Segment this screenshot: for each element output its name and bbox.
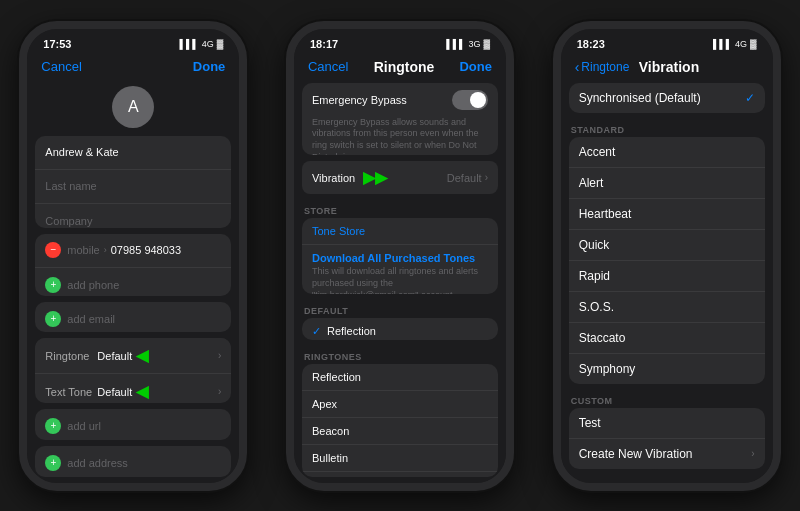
store-header: STORE — [294, 200, 506, 218]
phone-3: 18:23 ▌▌▌ 4G ▓ ‹ Ringtone Vibration — [553, 21, 781, 491]
heartbeat-row[interactable]: Heartbeat — [569, 199, 765, 230]
ringtone-value: Default — [97, 350, 132, 362]
back-button[interactable]: ‹ Ringtone — [575, 59, 630, 75]
ringtones-header: RINGTONES — [294, 346, 506, 364]
standard-header: STANDARD — [561, 119, 773, 137]
vibration-row[interactable]: Vibration ▶▶ Default › — [302, 161, 498, 194]
tone-store-row[interactable]: Tone Store — [302, 218, 498, 245]
phone-frame-1: 17:53 ▌▌▌ 4G ▓ Cancel Done A Andre — [19, 21, 247, 491]
battery-icon-2: ▓ — [483, 39, 490, 49]
alert-text: Alert — [579, 176, 604, 190]
sync-default-row[interactable]: Synchronised (Default) ✓ — [569, 83, 765, 113]
nav-bar-3: ‹ Ringtone Vibration — [561, 55, 773, 83]
download-row[interactable]: Download All Purchased Tones This will d… — [302, 245, 498, 293]
add-url-icon[interactable]: + — [45, 418, 61, 434]
store-section: Tone Store Download All Purchased Tones … — [302, 218, 498, 293]
reflection-default-row[interactable]: ✓ Reflection — [302, 318, 498, 341]
symphony-row[interactable]: Symphony — [569, 354, 765, 384]
plus-icon-address: + — [50, 458, 56, 468]
texttone-chevron: › — [218, 386, 221, 397]
add-address-label: add address — [67, 457, 128, 469]
nav-bar-2: Cancel Ringtone Done — [294, 55, 506, 83]
screen-3: 18:23 ▌▌▌ 4G ▓ ‹ Ringtone Vibration — [561, 29, 773, 483]
default-section: ✓ Reflection — [302, 318, 498, 341]
name-value: Andrew & Kate — [45, 146, 118, 158]
ringtone-item-1[interactable]: Apex — [302, 391, 498, 418]
store-label: STORE — [294, 200, 506, 218]
create-vibration-chevron: › — [751, 448, 754, 459]
vibration-chevron: › — [485, 172, 488, 183]
company-placeholder: Company — [45, 215, 92, 227]
add-url-row[interactable]: + add url — [35, 409, 231, 440]
sos-row[interactable]: S.O.S. — [569, 292, 765, 323]
mobile-row: − mobile › 07985 948033 — [35, 234, 231, 268]
vibration-label: Vibration — [312, 172, 355, 184]
sync-check-icon: ✓ — [745, 91, 755, 105]
ringtone-text-2: Beacon — [312, 425, 349, 437]
accent-text: Accent — [579, 145, 616, 159]
add-phone-row[interactable]: + add phone — [35, 268, 231, 296]
texttone-label: Text Tone — [45, 386, 97, 398]
sync-section: Synchronised (Default) ✓ — [569, 83, 765, 113]
name-section: Andrew & Kate Last name Company — [35, 136, 231, 228]
rapid-row[interactable]: Rapid — [569, 261, 765, 292]
add-address-row[interactable]: + add address — [35, 446, 231, 477]
emergency-desc: Emergency Bypass allows sounds and vibra… — [302, 117, 498, 156]
ringtone-item-0[interactable]: Reflection — [302, 364, 498, 391]
emergency-toggle[interactable] — [452, 90, 488, 110]
phone-1: 17:53 ▌▌▌ 4G ▓ Cancel Done A Andre — [19, 21, 247, 491]
add-url-label: add url — [67, 420, 101, 432]
standard-section: Accent Alert Heartbeat Quick Rapid S.O.S… — [569, 137, 765, 384]
tone-store-link: Tone Store — [312, 225, 365, 237]
battery-icon: ▓ — [217, 39, 224, 49]
create-vibration-row[interactable]: Create New Vibration › — [569, 439, 765, 469]
download-link: Download All Purchased Tones — [312, 252, 475, 264]
time-3: 18:23 — [577, 38, 605, 50]
done-button-2[interactable]: Done — [459, 59, 492, 74]
status-icons-1: ▌▌▌ 4G ▓ — [180, 39, 224, 49]
texttone-row[interactable]: Text Tone Default ◀ › — [35, 374, 231, 402]
alert-row[interactable]: Alert — [569, 168, 765, 199]
status-bar-1: 17:53 ▌▌▌ 4G ▓ — [27, 29, 239, 55]
cancel-button-2[interactable]: Cancel — [308, 59, 348, 74]
ringtone-section: Ringtone Default ◀ › Text Tone Default ◀… — [35, 338, 231, 402]
emergency-toggle-row: Emergency Bypass — [302, 83, 498, 117]
accent-row[interactable]: Accent — [569, 137, 765, 168]
staccato-row[interactable]: Staccato — [569, 323, 765, 354]
ringtone-text-0: Reflection — [312, 371, 361, 383]
ringtone-item-4[interactable]: By The Seaside — [302, 472, 498, 476]
add-email-icon[interactable]: + — [45, 311, 61, 327]
quick-row[interactable]: Quick — [569, 230, 765, 261]
add-address-icon[interactable]: + — [45, 455, 61, 471]
sync-default-text: Synchronised (Default) — [579, 91, 701, 105]
minus-icon: − — [50, 245, 56, 255]
phone-2: 18:17 ▌▌▌ 3G ▓ Cancel Ringtone Done Emer… — [286, 21, 514, 491]
done-button-1[interactable]: Done — [193, 59, 226, 74]
test-text: Test — [579, 416, 601, 430]
phone-value: 07985 948033 — [111, 244, 181, 256]
avatar: A — [112, 86, 154, 128]
test-row[interactable]: Test — [569, 408, 765, 439]
check-icon: ✓ — [312, 325, 321, 338]
ringtone-chevron: › — [218, 350, 221, 361]
ringtone-text-3: Bulletin — [312, 452, 348, 464]
network-type-3: 4G — [735, 39, 747, 49]
back-chevron-icon: ‹ — [575, 59, 580, 75]
status-icons-2: ▌▌▌ 3G ▓ — [446, 39, 490, 49]
default-header: DEFAULT — [294, 300, 506, 318]
custom-section: Test Create New Vibration › — [569, 408, 765, 469]
green-arrow-vibration: ▶▶ — [363, 168, 387, 187]
ringtone-row[interactable]: Ringtone Default ◀ › — [35, 338, 231, 374]
add-phone-icon[interactable]: + — [45, 277, 61, 293]
ringtone-item-2[interactable]: Beacon — [302, 418, 498, 445]
heartbeat-text: Heartbeat — [579, 207, 632, 221]
signal-bars-2: ▌▌▌ — [446, 39, 465, 49]
sos-text: S.O.S. — [579, 300, 614, 314]
ringtone-item-3[interactable]: Bulletin — [302, 445, 498, 472]
add-email-row[interactable]: + add email — [35, 302, 231, 333]
name-row: Andrew & Kate — [35, 136, 231, 170]
cancel-button-1[interactable]: Cancel — [41, 59, 81, 74]
quick-text: Quick — [579, 238, 610, 252]
remove-mobile-icon[interactable]: − — [45, 242, 61, 258]
address-section: + add address — [35, 446, 231, 477]
